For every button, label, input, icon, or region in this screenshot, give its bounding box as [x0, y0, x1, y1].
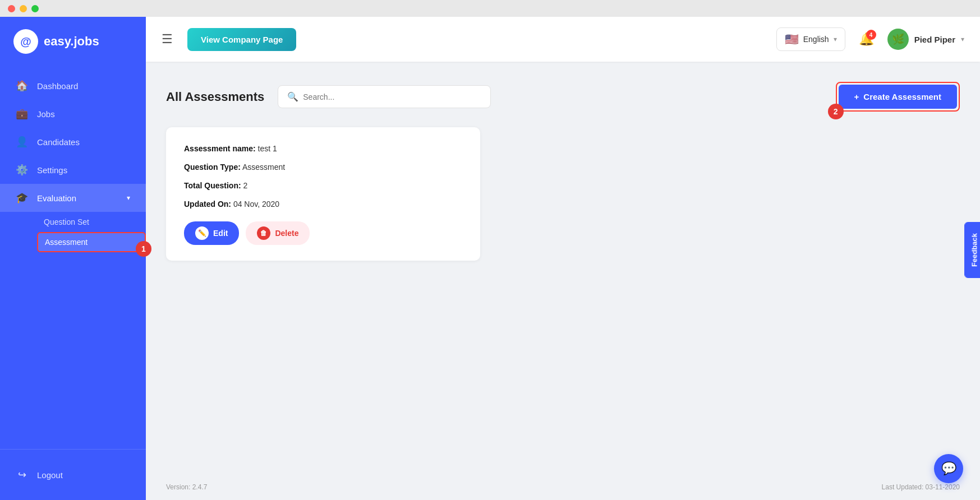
create-assessment-button[interactable]: + Create Assessment — [839, 85, 957, 109]
notification-button[interactable]: 🔔 4 — [859, 32, 874, 47]
app-body: @ easy.jobs 🏠 Dashboard 💼 Jobs 👤 Candida… — [0, 17, 980, 500]
content-footer: Version: 2.4.7 Last Updated: 03-11-2020 — [166, 483, 960, 491]
content-area: All Assessments 🔍 + Create Assessment — [146, 62, 980, 500]
user-avatar: 🌿 — [887, 29, 909, 50]
assessment-card: Assessment name: test 1 Question Type: A… — [166, 127, 480, 261]
app-wrapper: @ easy.jobs 🏠 Dashboard 💼 Jobs 👤 Candida… — [0, 0, 980, 500]
chevron-down-icon: ▾ — [127, 194, 130, 202]
sidebar-footer: ↪ Logout — [0, 449, 146, 500]
chat-button[interactable]: 💬 — [934, 454, 963, 483]
view-company-button[interactable]: View Company Page — [187, 28, 296, 51]
topbar: ☰ View Company Page 🇺🇸 English ▾ 🔔 4 🌿 P… — [146, 17, 980, 62]
flag-icon: 🇺🇸 — [785, 33, 799, 46]
maximize-window-btn[interactable] — [31, 5, 39, 12]
step-2-badge: 2 — [828, 104, 844, 119]
main-area: ☰ View Company Page 🇺🇸 English ▾ 🔔 4 🌿 P… — [146, 17, 980, 500]
hamburger-icon[interactable]: ☰ — [162, 32, 173, 47]
minimize-window-btn[interactable] — [20, 5, 27, 12]
logo-icon: @ — [13, 29, 38, 54]
search-box: 🔍 — [278, 85, 491, 108]
logout-icon: ↪ — [16, 469, 28, 481]
sidebar-item-settings[interactable]: ⚙️ Settings — [0, 156, 146, 184]
assessment-actions: ✏️ Edit 🗑 Delete — [184, 221, 462, 245]
sidebar-item-candidates[interactable]: 👤 Candidates — [0, 128, 146, 156]
assessment-total-field: Total Question: 2 — [184, 180, 462, 192]
language-selector[interactable]: 🇺🇸 English ▾ — [776, 27, 845, 51]
sidebar-nav: 🏠 Dashboard 💼 Jobs 👤 Candidates ⚙️ Setti… — [0, 66, 146, 449]
logo-text: easy.jobs — [44, 34, 99, 49]
search-icon: 🔍 — [287, 91, 298, 102]
create-assessment-border: + Create Assessment — [836, 82, 960, 112]
language-label: English — [803, 35, 829, 44]
jobs-icon: 💼 — [16, 108, 28, 120]
sidebar-item-question-set[interactable]: Question Set — [37, 212, 146, 232]
edit-icon: ✏️ — [195, 226, 209, 240]
search-input[interactable] — [303, 92, 481, 101]
sidebar-item-assessment[interactable]: Assessment — [37, 232, 146, 252]
evaluation-subnav: Question Set Assessment 1 — [0, 212, 146, 252]
create-btn-container: + Create Assessment 2 — [836, 82, 960, 112]
edit-assessment-button[interactable]: ✏️ Edit — [184, 221, 239, 245]
page-header: All Assessments 🔍 + Create Assessment — [166, 82, 960, 112]
user-chevron-icon: ▾ — [961, 35, 964, 43]
window-bar — [0, 0, 980, 17]
sidebar-item-jobs[interactable]: 💼 Jobs — [0, 100, 146, 128]
assessment-name-field: Assessment name: test 1 — [184, 143, 462, 155]
sidebar-item-evaluation[interactable]: 🎓 Evaluation ▾ — [0, 184, 146, 212]
settings-icon: ⚙️ — [16, 164, 28, 176]
sidebar-logo: @ easy.jobs — [0, 17, 146, 66]
close-window-btn[interactable] — [8, 5, 15, 12]
home-icon: 🏠 — [16, 80, 28, 92]
assessment-updated-field: Updated On: 04 Nov, 2020 — [184, 198, 462, 210]
version-label: Version: 2.4.7 — [166, 483, 207, 491]
candidates-icon: 👤 — [16, 136, 28, 148]
user-name: Pied Piper — [914, 35, 955, 44]
lang-chevron-icon: ▾ — [834, 35, 837, 43]
assessment-type-field: Question Type: Assessment — [184, 161, 462, 173]
sidebar-item-dashboard[interactable]: 🏠 Dashboard — [0, 72, 146, 100]
sidebar-item-logout[interactable]: ↪ Logout — [0, 461, 146, 489]
delete-assessment-button[interactable]: 🗑 Delete — [246, 221, 310, 245]
evaluation-icon: 🎓 — [16, 192, 28, 204]
feedback-tab[interactable]: Feedback — [965, 222, 980, 278]
user-area[interactable]: 🌿 Pied Piper ▾ — [887, 29, 964, 50]
delete-icon: 🗑 — [257, 226, 270, 240]
sidebar: @ easy.jobs 🏠 Dashboard 💼 Jobs 👤 Candida… — [0, 17, 146, 500]
plus-icon: + — [854, 92, 859, 101]
page-title: All Assessments — [166, 90, 264, 104]
notification-badge: 4 — [866, 30, 876, 40]
last-updated-label: Last Updated: 03-11-2020 — [882, 483, 960, 491]
